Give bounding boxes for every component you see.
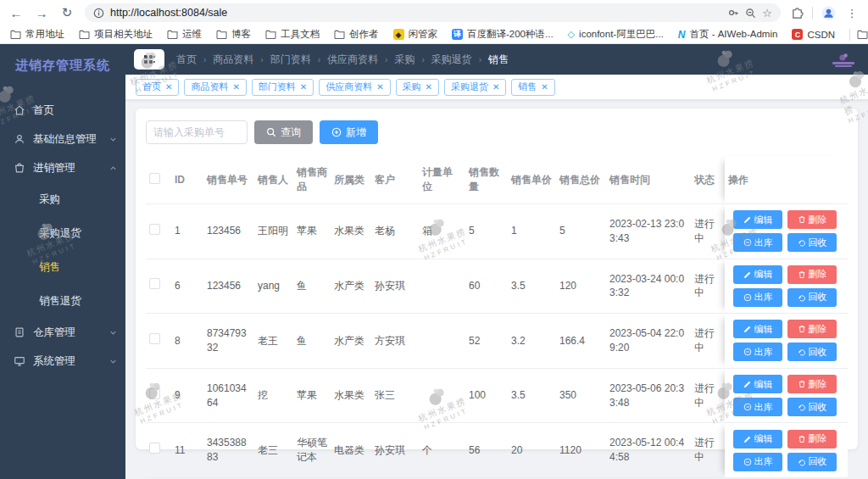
sidebar-item-sale-return[interactable]: 销售退货 <box>0 284 125 318</box>
col-total: 销售总价 <box>556 156 606 204</box>
zoom-icon[interactable] <box>745 8 756 19</box>
close-icon[interactable]: ✕ <box>165 82 172 92</box>
sidebar-item-home[interactable]: 首页 <box>0 96 125 125</box>
pencil-icon <box>743 435 752 443</box>
bookmark-item[interactable]: ◇iconfont-阿里巴巴... <box>568 28 664 41</box>
monitor-icon <box>14 355 25 367</box>
tag-department[interactable]: 部门资料✕ <box>252 79 314 96</box>
sidebar-item-purchase-return[interactable]: 采购退货 <box>0 216 125 250</box>
row-checkbox[interactable] <box>149 333 160 344</box>
breadcrumb-item[interactable]: 采购 <box>394 53 415 67</box>
status-text: 进行中 <box>691 204 725 259</box>
site-info-icon[interactable] <box>93 8 104 19</box>
row-checkbox[interactable] <box>149 443 160 454</box>
bookmark-item[interactable]: 常用地址 <box>10 28 64 41</box>
select-all-checkbox[interactable] <box>149 173 160 184</box>
search-icon <box>266 127 276 137</box>
tag-supplier[interactable]: 供应商资料✕ <box>319 79 390 96</box>
browser-toolbar: ← → ↻ http://localhost:8084/sale ☆ ⋮ <box>0 0 868 25</box>
delete-button[interactable]: 删除 <box>787 320 837 338</box>
extensions-icon[interactable] <box>791 7 804 19</box>
close-icon[interactable]: ✕ <box>492 82 499 92</box>
bookmark-item[interactable]: 博客 <box>216 28 251 41</box>
breadcrumb-item[interactable]: 供应商资料 <box>327 53 378 67</box>
col-customer: 客户 <box>371 156 419 204</box>
browser-menu-icon[interactable]: ⋮ <box>844 7 860 19</box>
query-button[interactable]: 查询 <box>254 120 313 144</box>
url-text[interactable]: http://localhost:8084/sale <box>110 7 721 19</box>
add-button[interactable]: 新增 <box>320 120 378 144</box>
back-icon[interactable]: ← <box>8 6 24 20</box>
edit-button[interactable]: 编辑 <box>733 375 782 393</box>
chevron-up-icon <box>109 164 117 172</box>
bookmark-item[interactable]: N首页 - AIWeb-Admin <box>678 28 778 41</box>
recycle-icon <box>798 458 806 466</box>
profile-avatar[interactable] <box>821 6 836 20</box>
outbound-button[interactable]: 出库 <box>733 398 782 416</box>
reload-icon[interactable]: ↻ <box>59 5 75 20</box>
bookmark-item[interactable]: 译百度翻译-200种语... <box>452 28 554 41</box>
address-bar[interactable]: http://localhost:8084/sale ☆ <box>85 3 781 22</box>
sidebar-item-system[interactable]: 系统管理 <box>0 347 125 376</box>
edit-button[interactable]: 编辑 <box>733 210 782 229</box>
aiweb-icon: N <box>678 29 686 41</box>
edit-button[interactable]: 编辑 <box>733 320 782 338</box>
pencil-icon <box>743 270 752 279</box>
bookmark-star-icon[interactable]: ☆ <box>762 7 772 19</box>
delete-button[interactable]: 删除 <box>787 265 837 284</box>
status-text: 进行中 <box>691 259 725 314</box>
breadcrumb-item[interactable]: 部门资料 <box>270 53 311 67</box>
sidebar-item-warehouse[interactable]: 仓库管理 <box>0 318 125 347</box>
sidebar-item-purchase[interactable]: 采购 <box>0 182 125 216</box>
delete-button[interactable]: 删除 <box>787 375 837 393</box>
forward-icon[interactable]: → <box>34 6 49 20</box>
outbound-button[interactable]: 出库 <box>733 288 782 307</box>
close-icon[interactable]: ✕ <box>541 82 548 92</box>
breadcrumb-item[interactable]: 采购退货 <box>431 53 472 67</box>
recycle-button[interactable]: 回收 <box>787 343 837 361</box>
bookmark-item[interactable]: ◆闲管家 <box>393 28 438 41</box>
bookmark-item[interactable]: CCSDN <box>792 29 835 40</box>
col-time: 销售时间 <box>606 156 691 204</box>
bookmark-item[interactable]: 创作者 <box>334 28 379 41</box>
tag-bar: 首页✕ 商品资料✕ 部门资料✕ 供应商资料✕ 采购✕ 采购退货✕ 销售✕ <box>125 75 868 100</box>
bookmark-item[interactable]: 运维 <box>167 28 202 41</box>
breadcrumb-item[interactable]: 首页 <box>176 53 197 67</box>
outbound-button[interactable]: 出库 <box>733 343 782 361</box>
home-icon <box>14 104 25 116</box>
close-icon[interactable]: ✕ <box>300 82 307 92</box>
breadcrumb-item[interactable]: 商品资料 <box>213 53 253 67</box>
outbound-button[interactable]: 出库 <box>733 453 782 471</box>
edit-button[interactable]: 编辑 <box>733 430 782 448</box>
sidebar-item-basic-info[interactable]: 基础信息管理 <box>0 125 125 153</box>
recycle-button[interactable]: 回收 <box>787 453 837 471</box>
row-checkbox[interactable] <box>149 388 160 399</box>
tag-purchase[interactable]: 采购✕ <box>396 79 439 96</box>
edit-button[interactable]: 编辑 <box>733 265 782 284</box>
delete-button[interactable]: 删除 <box>787 210 837 229</box>
delete-button[interactable]: 删除 <box>787 430 837 448</box>
all-bookmarks-button[interactable]: 所有书签 <box>857 28 868 41</box>
bookmark-item[interactable]: 工具文档 <box>265 28 320 41</box>
sidebar-item-sale[interactable]: 销售 <box>0 250 125 284</box>
sidebar-toggle-button[interactable] <box>134 49 164 70</box>
outbound-button[interactable]: 出库 <box>733 233 782 252</box>
row-checkbox[interactable] <box>149 224 160 235</box>
tag-goods[interactable]: 商品资料✕ <box>184 79 246 96</box>
recycle-button[interactable]: 回收 <box>787 233 837 252</box>
tag-purchase-return[interactable]: 采购退货✕ <box>444 79 506 96</box>
recycle-button[interactable]: 回收 <box>787 398 837 416</box>
chevron-down-icon <box>109 329 117 337</box>
search-input[interactable] <box>146 120 248 144</box>
close-icon[interactable]: ✕ <box>376 82 383 92</box>
password-key-icon[interactable] <box>727 7 739 19</box>
close-icon[interactable]: ✕ <box>232 82 239 92</box>
tag-home[interactable]: 首页✕ <box>136 79 179 96</box>
row-checkbox[interactable] <box>149 278 160 289</box>
tag-sale[interactable]: 销售✕ <box>511 79 554 96</box>
bookmark-item[interactable]: 项目相关地址 <box>79 28 153 41</box>
close-icon[interactable]: ✕ <box>426 82 432 92</box>
recycle-button[interactable]: 回收 <box>787 288 837 307</box>
sidebar-item-purchase-sale-mgmt[interactable]: 进销管理 <box>0 153 125 182</box>
trash-icon <box>798 380 806 388</box>
